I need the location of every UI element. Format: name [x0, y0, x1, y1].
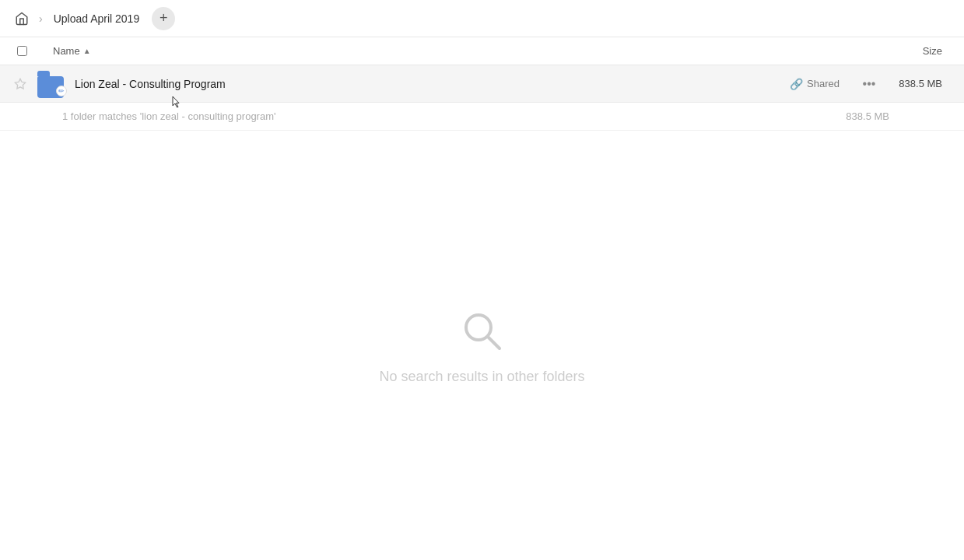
breadcrumb-separator-1: › [39, 12, 43, 25]
no-results-text: No search results in other folders [379, 369, 584, 385]
match-text: 1 folder matches 'lion zeal - consulting… [62, 110, 276, 122]
header: › Upload April 2019 + [0, 0, 964, 37]
shared-badge: 🔗 Shared [790, 78, 840, 90]
search-empty-icon [457, 306, 507, 356]
pencil-overlay-icon: ✏ [56, 86, 67, 96]
column-header-row: Name ▲ Size [0, 37, 964, 65]
link-icon: 🔗 [790, 78, 803, 90]
shared-label: Shared [807, 78, 840, 89]
file-row-lion-zeal[interactable]: ✏ Lion Zeal - Consulting Program 🔗 Share… [0, 65, 964, 103]
name-label: Name [53, 45, 80, 57]
add-tab-button[interactable]: + [152, 7, 175, 30]
star-button[interactable] [9, 73, 31, 95]
ellipsis-icon: ••• [863, 77, 876, 91]
file-size-label: 838.5 MB [892, 78, 955, 89]
more-options-button[interactable]: ••• [858, 73, 880, 95]
home-button[interactable] [9, 6, 34, 31]
select-all-checkbox[interactable] [17, 46, 27, 56]
match-size: 838.5 MB [846, 110, 902, 122]
svg-line-2 [488, 337, 500, 348]
breadcrumb-upload-april-2019[interactable]: Upload April 2019 [47, 9, 146, 28]
match-info-row: 1 folder matches 'lion zeal - consulting… [0, 103, 964, 131]
name-column-header[interactable]: Name ▲ [34, 45, 877, 57]
header-checkbox-cell [9, 46, 34, 56]
sort-arrow-icon: ▲ [83, 47, 91, 55]
size-column-header: Size [877, 45, 955, 57]
file-name-label: Lion Zeal - Consulting Program [72, 78, 790, 90]
empty-state: No search results in other folders [0, 131, 964, 560]
svg-marker-0 [15, 79, 25, 89]
folder-icon: ✏ [37, 70, 65, 98]
